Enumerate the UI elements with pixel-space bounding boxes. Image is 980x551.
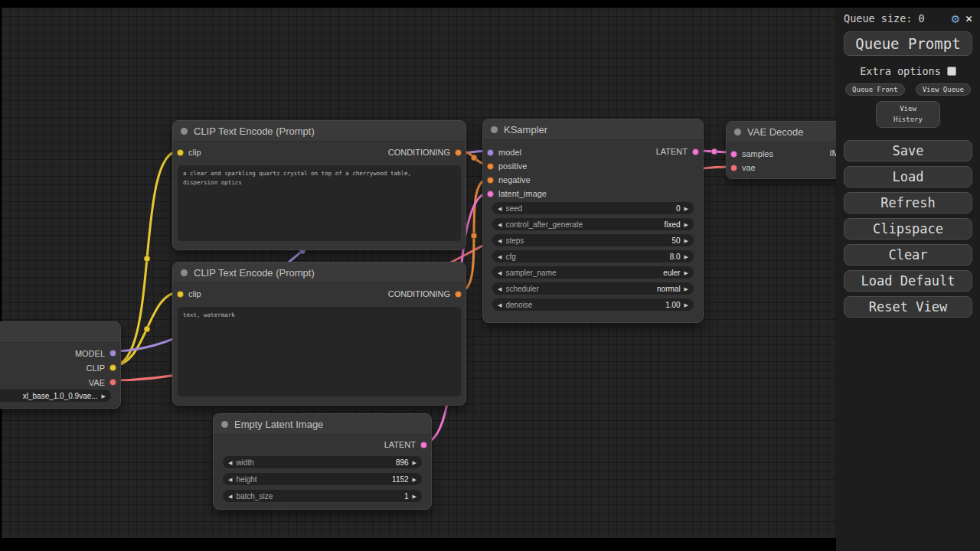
positive-prompt-textarea[interactable]: a clear and sparkling quartz crystal on … [178,165,461,241]
ckpt-name-widget[interactable]: ◀ xl_base_1.0_0.9vae... ▶ [0,390,111,402]
widget-name: height [236,475,256,484]
collapse-dot[interactable] [491,126,498,133]
clip-output-dot[interactable] [109,364,116,371]
scheduler-widget[interactable]: ◀ scheduler normal ▶ [492,282,694,295]
checkpoint-loader-node[interactable]: MODEL CLIP VAE ◀ xl_base_1.0_0.9vae... ▶ [0,321,121,409]
steps-widget[interactable]: ◀ steps 50 ▶ [492,234,694,246]
widget-value: 0 [676,204,681,213]
increment-arrow-icon[interactable]: ▶ [684,302,688,308]
increment-arrow-icon[interactable]: ▶ [684,206,688,211]
increment-arrow-icon[interactable]: ▶ [684,270,688,276]
decrement-arrow-icon[interactable]: ◀ [498,238,501,243]
increment-arrow-icon[interactable]: ▶ [102,393,106,399]
decrement-arrow-icon[interactable]: ◀ [228,460,232,465]
model-output-dot[interactable] [109,350,116,357]
widget-value: euler [663,269,680,277]
increment-arrow-icon[interactable]: ▶ [684,238,688,243]
node-header[interactable]: Empty Latent Image [214,414,431,435]
increment-arrow-icon[interactable]: ▶ [684,222,688,227]
node-title: VAE Decode [747,126,803,138]
clip-input-dot[interactable] [177,291,184,298]
clip-input-dot[interactable] [177,149,184,156]
increment-arrow-icon[interactable]: ▶ [413,477,416,482]
extra-options-checkbox[interactable] [947,67,956,76]
conditioning-output-dot[interactable] [455,291,462,298]
ksampler-node[interactable]: KSampler LATENT model positive negative … [482,119,704,323]
node-header[interactable] [0,322,120,343]
clip-text-encode-negative-node[interactable]: CLIP Text Encode (Prompt) clip CONDITION… [172,262,466,406]
latent-output-label: LATENT [656,147,688,156]
sampler-name-widget[interactable]: ◀ sampler_name euler ▶ [492,266,694,279]
widget-name: sampler_name [505,269,556,277]
control-after-generate-widget[interactable]: ◀ control_after_generate fixed ▶ [492,218,694,230]
negative-prompt-textarea[interactable]: text, watermark [178,307,461,396]
decrement-arrow-icon[interactable]: ◀ [498,286,501,292]
cfg-widget[interactable]: ◀ cfg 8.0 ▶ [492,250,694,262]
settings-gear-icon[interactable]: ⚙ [952,11,959,26]
clip-text-encode-positive-node[interactable]: CLIP Text Encode (Prompt) clip CONDITION… [172,120,466,250]
negative-input-label: negative [498,175,531,184]
conditioning-output-dot[interactable] [455,149,462,156]
clipspace-button[interactable]: Clipspace [844,218,972,240]
widget-name: batch_size [236,492,273,500]
load-default-button[interactable]: Load Default [844,270,972,292]
decrement-arrow-icon[interactable]: ◀ [498,254,501,259]
collapse-dot[interactable] [181,269,188,276]
widget-value: 50 [671,236,680,245]
increment-arrow-icon[interactable]: ▶ [684,286,688,292]
decrement-arrow-icon[interactable]: ◀ [228,494,232,499]
decrement-arrow-icon[interactable]: ◀ [498,270,501,276]
comfyui-window: MODEL CLIP VAE ◀ xl_base_1.0_0.9vae... ▶… [0,0,980,551]
positive-input-dot[interactable] [487,163,494,170]
collapse-dot[interactable] [221,421,228,428]
widget-name: steps [505,236,524,245]
clear-button[interactable]: Clear [844,244,972,266]
decrement-arrow-icon[interactable]: ◀ [228,477,232,482]
reset-view-button[interactable]: Reset View [844,296,972,318]
height-widget[interactable]: ◀ height 1152 ▶ [223,473,422,485]
seed-widget[interactable]: ◀ seed 0 ▶ [492,202,694,214]
decrement-arrow-icon[interactable]: ◀ [498,222,501,227]
refresh-button[interactable]: Refresh [844,192,972,214]
samples-input-dot[interactable] [730,151,737,158]
decrement-arrow-icon[interactable]: ◀ [498,206,501,211]
view-history-button[interactable]: View History [876,101,940,128]
decrement-arrow-icon[interactable]: ◀ [498,302,501,308]
node-header[interactable]: CLIP Text Encode (Prompt) [173,121,466,142]
widget-value: 1.00 [665,301,680,309]
widget-name: denoise [505,301,532,309]
increment-arrow-icon[interactable]: ▶ [413,494,416,499]
latent-image-input-dot[interactable] [487,191,494,197]
samples-input-label: samples [742,149,773,158]
node-header[interactable]: CLIP Text Encode (Prompt) [173,262,466,283]
empty-latent-image-node[interactable]: Empty Latent Image LATENT ◀ width 896 ▶ … [213,413,432,510]
view-queue-button[interactable]: View Queue [916,83,971,96]
width-widget[interactable]: ◀ width 896 ▶ [223,456,422,468]
increment-arrow-icon[interactable]: ▶ [413,460,416,465]
load-button[interactable]: Load [844,166,972,187]
denoise-widget[interactable]: ◀ denoise 1.00 ▶ [492,298,694,311]
clip-output-label: CLIP [87,364,105,373]
clip-input-label: clip [188,148,201,157]
save-button[interactable]: Save [844,140,972,161]
positive-input-label: positive [498,161,527,171]
vae-input-dot[interactable] [730,165,737,171]
queue-prompt-button[interactable]: Queue Prompt [844,31,972,56]
collapse-dot[interactable] [734,129,741,135]
latent-output-dot[interactable] [692,148,699,155]
close-icon[interactable]: ✕ [965,11,972,25]
node-title: CLIP Text Encode (Prompt) [194,267,315,279]
widget-name: seed [505,204,522,213]
batch-size-widget[interactable]: ◀ batch_size 1 ▶ [223,490,422,502]
menu-panel: Queue size: 0 ⚙ ✕ Queue Prompt Extra opt… [836,8,980,551]
latent-output-dot[interactable] [420,442,427,448]
increment-arrow-icon[interactable]: ▶ [684,254,688,259]
vae-output-dot[interactable] [109,379,116,386]
negative-input-dot[interactable] [487,177,494,184]
node-title: CLIP Text Encode (Prompt) [194,126,315,137]
collapse-dot[interactable] [181,128,188,135]
model-input-dot[interactable] [487,149,494,156]
node-header[interactable]: KSampler [483,119,703,140]
queue-front-button[interactable]: Queue Front [845,83,905,96]
conditioning-output-label: CONDITIONING [388,289,450,298]
